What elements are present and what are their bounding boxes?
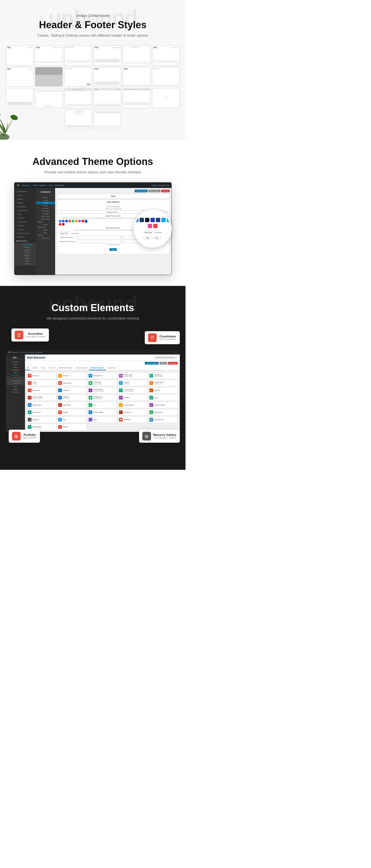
element-item-alert-box[interactable]: ⚠ Alert Box	[57, 372, 87, 379]
tab-social[interactable]: Social	[39, 366, 47, 370]
header-thumb-8[interactable]	[35, 67, 63, 87]
nav-header[interactable]: Header ›	[36, 220, 55, 223]
add-color-btn[interactable]: +	[85, 220, 87, 222]
sidebar-team[interactable]: Team	[15, 212, 36, 216]
element-item-portfolio-slider[interactable]: ◁▷ Portfolio Slider	[87, 409, 117, 415]
swatch-red[interactable]	[68, 220, 71, 222]
sidebar-theme-options[interactable]: Theme Options	[18, 243, 36, 246]
tab-wp-widgets[interactable]: WordPress Widgets	[57, 366, 75, 370]
tab-structure[interactable]: Structure	[47, 366, 57, 370]
element-item-blog[interactable]: ✎ Blog Add Blog	[27, 380, 56, 386]
header-thumb-18[interactable]: LOGO ● ● ● ●	[152, 88, 180, 108]
zoom-back-btn[interactable]: Bac...	[153, 236, 162, 240]
element-item-custom-button[interactable]: ⊞ Custom Button Add Custom Button	[87, 387, 117, 394]
header-thumb-19[interactable]	[65, 110, 92, 129]
header-thumb-15[interactable]	[64, 88, 92, 108]
sidebar-blog[interactable]: Blog	[18, 259, 36, 262]
upload-btn[interactable]: Upload	[110, 248, 117, 251]
header-thumb-9[interactable]: LOGO	[64, 67, 92, 87]
element-item-blockquote[interactable]: " Blockquote Add Blockquote	[148, 372, 178, 379]
header-thumb-14[interactable]	[35, 88, 63, 108]
sidebar-shop[interactable]: Shop	[18, 262, 36, 265]
nav-favicon[interactable]: Favicon	[36, 204, 55, 207]
sidebar-portfolio[interactable]: Portfolio	[15, 216, 36, 220]
element-item-testimonial[interactable]: 💬 Testimonial	[118, 416, 147, 423]
element-item-fancy-text-box[interactable]: ❏ Fancy Text Box Add Fancy Text Box	[27, 394, 56, 401]
header-thumb-12[interactable]	[152, 67, 180, 87]
swatch-yellow[interactable]	[75, 220, 78, 222]
swatch-green[interactable]	[72, 220, 75, 222]
element-item-typewriter-text[interactable]: ⌨ Typewriter Text	[148, 416, 178, 423]
element-item-timeline[interactable]: | Timeline	[57, 424, 87, 430]
el-sidebar-testimonials[interactable]: Testimonials	[6, 369, 25, 371]
element-item-portfolio[interactable]: ⊞ Portfolio	[57, 409, 87, 415]
element-item-custom-menu[interactable]: ☰ Custom Menu Add Custom Menu	[118, 387, 147, 394]
element-item-call-to-action[interactable]: ▶ Call To Action	[57, 380, 87, 386]
swatch-r1[interactable]	[59, 223, 61, 226]
sidebar-woocommerce[interactable]: WooCommerce	[15, 231, 36, 235]
sidebar-clients[interactable]: Clients	[15, 224, 36, 227]
element-item-image-slider[interactable]: ▷ Image Slider	[57, 402, 87, 408]
element-item-team[interactable]: 👤 Team	[87, 416, 117, 423]
zoom-reset-btn[interactable]: Reset	[144, 236, 152, 240]
header-thumb-2[interactable]: LOGO	[35, 45, 63, 65]
element-item-countdown[interactable]: ⏱ Countdown	[27, 387, 56, 394]
nav-color[interactable]: ✓ Color	[36, 202, 55, 204]
el-sidebar-team[interactable]: Team	[6, 371, 25, 374]
header-thumb-3[interactable]	[64, 45, 92, 65]
header-thumb-6[interactable]: LOGO	[152, 45, 180, 65]
header-thumb-5[interactable]	[123, 45, 150, 65]
element-item-case-study[interactable]: 📋 Case Study Add Case Study	[87, 380, 117, 386]
swatch-r2[interactable]	[62, 223, 65, 226]
nav-layout[interactable]: Layout	[36, 199, 55, 202]
el-sidebar-posts[interactable]: Posts	[6, 363, 25, 366]
reset-all-btn[interactable]: Reset All	[161, 190, 170, 192]
sidebar-media[interactable]: Media	[15, 197, 36, 201]
el-sidebar-dashboard[interactable]: Dashboard	[6, 361, 25, 363]
el-sidebar-products[interactable]: Products	[6, 388, 25, 391]
header-thumb-17[interactable]: LOGO	[123, 88, 150, 108]
element-item-list[interactable]: ≡ List	[87, 402, 117, 408]
header-thumb-1[interactable]: LOGO	[6, 45, 34, 65]
element-item-icon-box[interactable]: ⊡ Icon Box	[118, 394, 147, 401]
el-sub-case-study[interactable]: Case Study	[9, 382, 25, 384]
elements-save-btn[interactable]: Save Changes	[145, 362, 159, 365]
sidebar-pages-sub[interactable]: Pages	[18, 257, 36, 259]
sidebar-appearance[interactable]: Appearance	[15, 239, 36, 243]
tab-all[interactable]: All	[25, 366, 30, 370]
header-thumb-10[interactable]: LOGO	[93, 67, 121, 87]
swatch-red2[interactable]	[82, 220, 84, 222]
sidebar-contact[interactable]: Contact	[15, 227, 36, 231]
tab-deprecated[interactable]: Deprecated	[106, 366, 118, 370]
save-changes-btn[interactable]: Save Changes	[135, 190, 147, 192]
nav-footer[interactable]: Footer	[36, 223, 55, 226]
element-item-progress-bar[interactable]: ▬ Progress Bar	[148, 409, 178, 415]
element-item-pricing-item[interactable]: 💲 Pricing Item	[118, 409, 147, 415]
element-item-accordion[interactable]: ☰ Accordion	[27, 372, 56, 379]
nav-custom-bug[interactable]: Custom Bug	[36, 210, 55, 212]
sidebar-testimonials[interactable]: Testimonials	[15, 209, 36, 212]
tab-radiant[interactable]: Radiant Elements	[89, 366, 106, 370]
nav-scroll[interactable]: Scroll To Top	[36, 215, 55, 218]
nav-fonts[interactable]: Aa Fonts	[36, 207, 55, 210]
element-item-tabs[interactable]: ⊟ Tabs	[57, 416, 87, 423]
header-thumb-13[interactable]	[6, 88, 34, 108]
header-thumb-7[interactable]: LOGO	[6, 67, 34, 87]
sidebar-footer[interactable]: Footer	[18, 251, 36, 254]
nav-pages[interactable]: Pages	[36, 229, 55, 231]
color-x[interactable]: ×	[88, 220, 90, 222]
element-item-before-after[interactable]: ◑ Before-After Add Before-After	[118, 372, 147, 379]
sidebar-products[interactable]: Products	[15, 235, 36, 239]
element-item-contact-form-7[interactable]: ✉ Contact Form 7 Add Cntct Adv	[148, 380, 178, 386]
sidebar-elements[interactable]: Elements	[18, 254, 36, 257]
element-item-image-gallery[interactable]: ⊞ Image Gallery	[27, 402, 56, 408]
nav-gdpr[interactable]: GDPR Notice	[36, 218, 55, 220]
sidebar-pages[interactable]: Pages	[15, 201, 36, 205]
element-item-loan-calculator[interactable]: $ Loan Calculator	[118, 402, 147, 408]
tab-content[interactable]: Content	[30, 366, 39, 370]
element-item-highlight-box[interactable]: ◼ Highlight Box Add Highlight Box	[87, 394, 117, 401]
element-item-ihover[interactable]: ◈ iHover	[148, 394, 178, 401]
sidebar-posts[interactable]: Posts	[15, 193, 36, 197]
nav-shop[interactable]: ⊞ Shop	[36, 234, 55, 237]
element-item-popup-video[interactable]: ▶ Popup Video	[27, 409, 56, 415]
